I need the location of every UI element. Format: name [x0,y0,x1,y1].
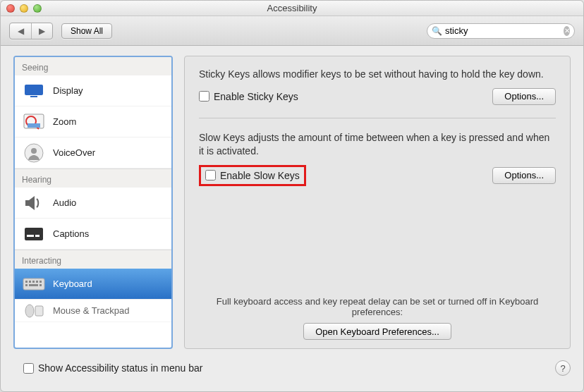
show-status-label: Show Accessibility status in menu bar [38,362,202,374]
slow-keys-highlight: Enable Slow Keys [199,165,306,186]
titlebar: Accessibility [1,1,583,16]
sidebar-item-label: Captions [53,228,89,239]
svg-rect-14 [32,281,35,283]
mouse-icon [22,301,46,321]
category-sidebar: Seeing Display Zoom VoiceOver Hearing [13,56,173,349]
enable-slow-keys-checkbox[interactable]: Enable Slow Keys [205,170,300,181]
sidebar-item-mouse-trackpad[interactable]: Mouse & Trackpad [15,300,171,322]
show-status-menubar-checkbox[interactable]: Show Accessibility status in menu bar [23,362,202,374]
voiceover-icon [22,143,46,163]
enable-sticky-keys-checkbox[interactable]: Enable Sticky Keys [199,91,298,102]
help-button[interactable]: ? [555,360,571,376]
search-field[interactable]: 🔍 ✕ [427,23,575,39]
sticky-keys-label: Enable Sticky Keys [214,91,298,102]
svg-rect-5 [28,123,40,128]
search-input[interactable] [445,25,564,36]
show-status-input[interactable] [23,363,34,374]
svg-point-7 [31,148,37,154]
divider [199,118,556,118]
sidebar-item-label: Keyboard [53,278,92,289]
bottom-bar: Show Accessibility status in menu bar ? [1,356,583,383]
show-all-button[interactable]: Show All [61,23,112,39]
slow-keys-label: Enable Slow Keys [220,170,300,181]
back-button[interactable]: ◀ [10,23,31,39]
svg-rect-17 [25,284,28,286]
display-icon [22,81,46,101]
sticky-keys-description: Sticky Keys allows modifier keys to be s… [199,68,556,81]
sidebar-item-label: Zoom [53,116,76,127]
slow-keys-description: Slow Keys adjusts the amount of time bet… [199,131,556,158]
sidebar-item-label: Audio [53,197,76,208]
sticky-keys-options-button[interactable]: Options... [492,88,556,105]
svg-rect-8 [25,228,43,240]
svg-rect-13 [29,281,31,283]
sidebar-item-audio[interactable]: Audio [15,188,171,219]
slow-keys-options-button[interactable]: Options... [492,167,556,184]
sidebar-item-display[interactable]: Display [15,75,171,106]
sidebar-item-label: Mouse & Trackpad [53,305,129,316]
zoom-pane-icon [22,112,46,132]
section-interacting: Interacting [15,250,171,269]
svg-rect-12 [25,281,28,283]
keyboard-footer: Full keyboard access and key repeat dela… [199,296,556,340]
window-title: Accessibility [1,3,583,13]
sidebar-item-label: VoiceOver [53,147,95,158]
section-hearing: Hearing [15,169,171,188]
svg-rect-18 [29,284,38,286]
slow-keys-input[interactable] [205,170,216,180]
settings-panel: Sticky Keys allows modifier keys to be s… [184,56,571,349]
forward-button[interactable]: ▶ [31,23,52,39]
section-seeing: Seeing [15,57,171,75]
svg-rect-15 [36,281,38,283]
sidebar-item-keyboard[interactable]: Keyboard [15,269,171,300]
svg-rect-10 [35,235,39,237]
nav-buttons: ◀ ▶ [9,23,53,39]
keyboard-icon [22,274,46,294]
clear-search-icon[interactable]: ✕ [564,26,570,36]
sidebar-item-label: Display [53,85,83,96]
toolbar: ◀ ▶ Show All 🔍 ✕ [1,16,583,46]
svg-rect-0 [25,85,43,95]
speaker-icon [22,193,46,213]
captions-icon [22,224,46,244]
svg-rect-19 [39,284,42,286]
svg-point-20 [25,305,34,317]
content-area: Seeing Display Zoom VoiceOver Hearing [1,46,583,356]
sidebar-item-zoom[interactable]: Zoom [15,106,171,137]
svg-rect-9 [27,235,34,237]
sticky-keys-input[interactable] [199,91,209,102]
svg-rect-21 [35,306,43,316]
svg-rect-1 [30,96,37,97]
sidebar-item-captions[interactable]: Captions [15,219,171,250]
svg-rect-16 [39,281,42,283]
accessibility-window: Accessibility ◀ ▶ Show All 🔍 ✕ Seeing Di… [0,0,584,392]
sidebar-item-voiceover[interactable]: VoiceOver [15,137,171,169]
search-icon: 🔍 [432,26,442,36]
keyboard-footer-text: Full keyboard access and key repeat dela… [199,296,556,317]
open-keyboard-preferences-button[interactable]: Open Keyboard Preferences... [303,323,451,340]
